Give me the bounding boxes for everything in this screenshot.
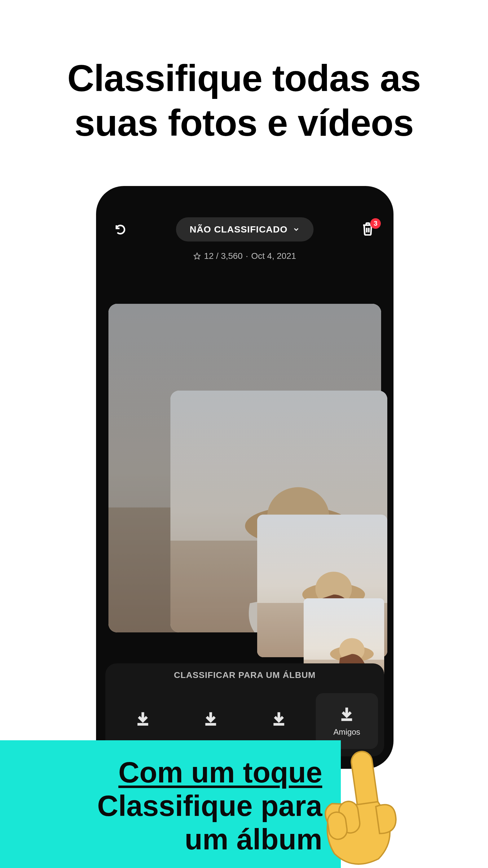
chevron-down-icon [292,226,300,233]
headline-line-2: suas fotos e vídeos [0,100,488,145]
download-into-icon [271,710,287,726]
marketing-headline: Classifique todas as suas fotos e vídeos [0,56,488,145]
photo-counter: 12 / 3,560 [204,251,242,261]
star-icon [193,252,201,260]
phone-frame: NÃO CLASSIFICADO 3 12 / 3,560 · Oct 4, 2… [96,186,393,769]
caption-line-1: Com um toque [19,756,322,789]
svg-point-9 [330,646,374,662]
download-into-icon [339,706,355,722]
trash-badge: 3 [370,218,381,229]
caption-line-2: Classifique para [19,789,322,823]
pointing-hand-icon [302,744,414,868]
trash-badge-count: 3 [374,219,378,227]
meta-separator: · [246,251,248,261]
filter-dropdown[interactable]: NÃO CLASSIFICADO [176,217,314,242]
svg-marker-2 [194,253,200,259]
panel-title: CLASSIFICAR PARA UM ÁLBUM [105,670,384,680]
album-label: Amigos [333,727,360,737]
download-into-icon [135,710,151,726]
undo-button[interactable] [113,222,128,237]
top-bar: NÃO CLASSIFICADO 3 [96,215,393,243]
photo-card-stack[interactable] [108,304,381,639]
photo-meta: 12 / 3,560 · Oct 4, 2021 [96,251,393,261]
headline-line-1: Classifique todas as [0,56,488,100]
marketing-caption: Com um toque Classifique para um álbum [0,740,341,868]
svg-point-10 [339,638,365,662]
filter-label: NÃO CLASSIFICADO [190,224,288,235]
caption-line-3: um álbum [19,823,322,856]
undo-icon [114,223,127,236]
photo-date: Oct 4, 2021 [251,251,296,261]
download-into-icon [203,710,219,726]
trash-button[interactable]: 3 [362,222,377,237]
